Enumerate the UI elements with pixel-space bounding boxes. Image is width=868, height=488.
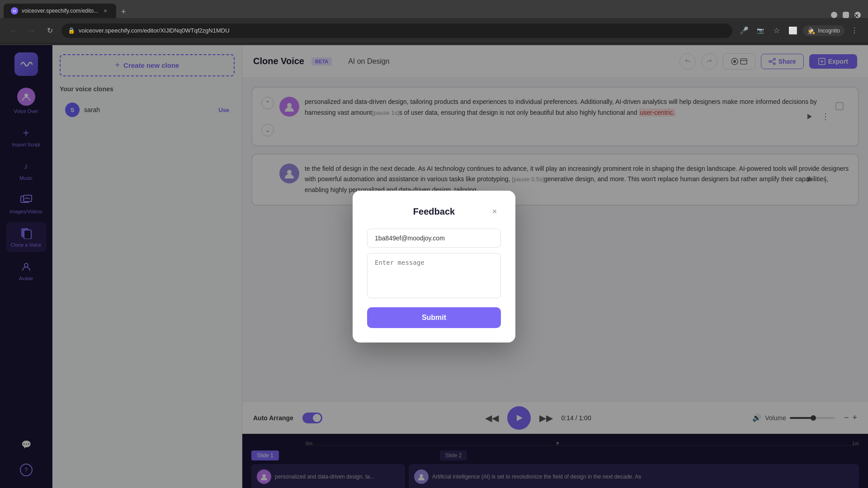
tab-favicon: M [11, 7, 18, 14]
message-textarea[interactable] [367, 253, 501, 298]
mic-icon[interactable]: 🎤 [738, 24, 750, 37]
minimize-button[interactable] [831, 12, 837, 18]
modal-overlay[interactable]: Feedback × Submit [0, 45, 868, 488]
extensions-icon[interactable]: ⬜ [787, 24, 799, 37]
tab-close-button[interactable]: × [102, 7, 109, 14]
new-tab-button[interactable]: + [117, 5, 130, 18]
maximize-button[interactable] [843, 12, 849, 18]
modal-close-button[interactable]: × [488, 205, 501, 218]
tab-title: voiceover.speechify.com/edito... [22, 8, 98, 14]
browser-tabs: M voiceover.speechify.com/edito... × + × [0, 0, 868, 18]
feedback-modal: Feedback × Submit [353, 191, 515, 343]
nav-right: 🎤 📷 ☆ ⬜ 🕵 Incognito ⋮ [738, 24, 861, 37]
refresh-button[interactable]: ↻ [43, 24, 56, 37]
close-window-button[interactable]: × [854, 12, 861, 18]
browser-nav: ← → ↻ 🔒 voiceover.speechify.com/editor/X… [0, 18, 868, 43]
camera-off-icon[interactable]: 📷 [754, 24, 767, 37]
incognito-icon: 🕵 [807, 27, 815, 34]
menu-icon[interactable]: ⋮ [848, 24, 861, 37]
modal-header: Feedback × [367, 205, 501, 218]
star-icon[interactable]: ☆ [770, 24, 783, 37]
modal-title: Feedback [380, 206, 488, 217]
active-tab[interactable]: M voiceover.speechify.com/edito... × [4, 4, 116, 18]
address-bar[interactable]: 🔒 voiceover.speechify.com/editor/XIJlDNq… [61, 23, 732, 38]
back-button[interactable]: ← [7, 24, 20, 37]
address-text: voiceover.speechify.com/editor/XIJlDNq0W… [79, 27, 726, 34]
email-input[interactable] [367, 229, 501, 248]
incognito-label: Incognito [818, 28, 840, 34]
submit-button[interactable]: Submit [367, 307, 501, 328]
forward-button[interactable]: → [25, 24, 38, 37]
incognito-badge: 🕵 Incognito [803, 25, 844, 36]
lock-icon: 🔒 [68, 27, 75, 34]
browser-chrome: M voiceover.speechify.com/edito... × + ×… [0, 0, 868, 45]
